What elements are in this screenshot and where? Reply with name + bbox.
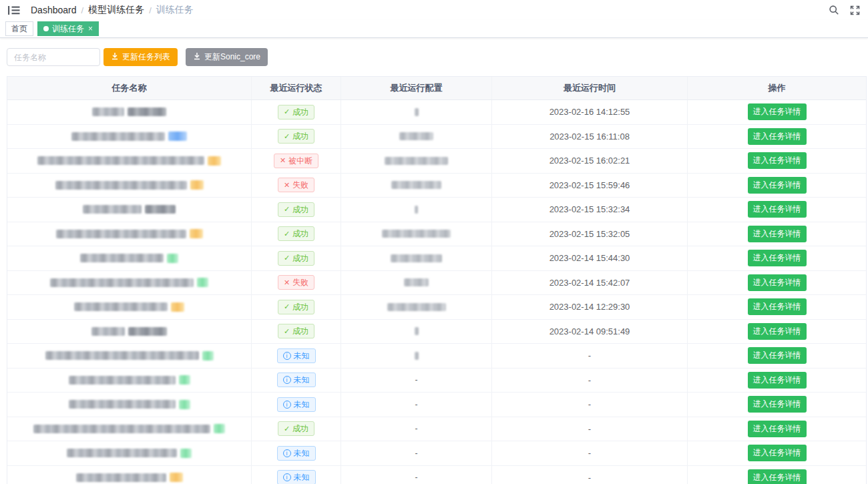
enter-task-detail-button[interactable]: 进入任务详情: [748, 103, 807, 120]
enter-task-detail-button[interactable]: 进入任务详情: [748, 152, 807, 169]
status-cell: ✓成功: [252, 222, 341, 246]
update-sonic-core-label: 更新Sonic_core: [204, 51, 260, 63]
redacted-config: [399, 132, 433, 140]
enter-task-detail-button[interactable]: 进入任务详情: [748, 226, 807, 242]
check-icon: ✓: [284, 254, 290, 262]
task-name-cell: [7, 393, 252, 417]
redacted-text-segment: [76, 473, 166, 482]
update-task-list-button[interactable]: 更新任务列表: [103, 48, 178, 66]
status-label: 失败: [292, 278, 308, 287]
update-sonic-core-button[interactable]: 更新Sonic_core: [186, 48, 268, 66]
status-label: 成功: [292, 132, 308, 141]
sidebar-toggle-icon[interactable]: [8, 5, 21, 15]
time-cell: 2023-02-15 16:02:21: [492, 149, 688, 173]
redacted-config: [415, 327, 419, 335]
redacted-text-segment: [83, 205, 142, 214]
status-label: 成功: [292, 302, 308, 312]
green-tag: [202, 351, 214, 360]
time-cell: 2023-02-15 15:59:46: [492, 174, 688, 198]
redacted-task-name: [50, 278, 208, 287]
config-value: -: [415, 375, 418, 385]
action-cell: 进入任务详情: [688, 369, 866, 393]
redacted-text-segment: [74, 302, 168, 311]
enter-task-detail-button[interactable]: 进入任务详情: [748, 250, 807, 266]
task-name-search-input[interactable]: [7, 48, 100, 66]
redacted-config: [391, 181, 441, 189]
training-tasks-table: 任务名称 最近运行状态 最近运行配置 最近运行时间 操作 ✓成功2023-02-…: [7, 76, 867, 484]
last-run-time: -: [588, 448, 591, 458]
column-header-last-run-config: 最近运行配置: [341, 77, 492, 99]
enter-task-detail-button[interactable]: 进入任务详情: [748, 298, 807, 315]
status-badge: i未知: [277, 397, 316, 412]
last-run-time: 2023-02-15 15:32:34: [550, 204, 630, 214]
last-run-time: -: [588, 350, 591, 360]
redacted-text-segment: [69, 400, 176, 409]
last-run-time: 2023-02-15 16:11:08: [550, 132, 630, 142]
enter-task-detail-button[interactable]: 进入任务详情: [748, 469, 807, 484]
time-cell: -: [492, 344, 688, 368]
search-icon[interactable]: [829, 5, 839, 15]
enter-task-detail-button[interactable]: 进入任务详情: [748, 177, 807, 194]
enter-task-detail-button[interactable]: 进入任务详情: [748, 323, 807, 340]
status-label: 未知: [294, 375, 310, 385]
config-cell: -: [341, 466, 492, 484]
time-cell: 2023-02-14 15:44:30: [492, 246, 688, 270]
table-row: ✕失败2023-02-15 15:59:46进入任务详情: [7, 174, 866, 198]
enter-task-detail-button[interactable]: 进入任务详情: [748, 445, 807, 461]
green-tag: [214, 424, 225, 433]
action-cell: 进入任务详情: [688, 441, 866, 465]
time-cell: -: [492, 393, 688, 417]
action-cell: 进入任务详情: [688, 320, 866, 344]
enter-task-detail-button[interactable]: 进入任务详情: [748, 274, 807, 291]
column-header-last-run-time: 最近运行时间: [492, 77, 688, 99]
fullscreen-icon[interactable]: [850, 5, 860, 15]
tab-bar: 首页 训练任务 ×: [0, 20, 868, 38]
task-name-cell: [7, 222, 252, 246]
status-badge: i未知: [277, 348, 316, 363]
redacted-task-name: [71, 132, 187, 141]
config-value: -: [415, 449, 418, 458]
status-badge: ✕失败: [278, 178, 314, 192]
last-run-time: 2023-02-14 15:44:30: [550, 253, 630, 263]
redacted-config: [385, 157, 448, 165]
tab-training-tasks[interactable]: 训练任务 ×: [37, 21, 99, 36]
breadcrumb-item-dashboard[interactable]: Dashboard: [31, 5, 77, 15]
status-cell: i未知: [252, 393, 341, 417]
task-name-cell: [7, 320, 252, 344]
status-cell: ✓成功: [252, 198, 341, 222]
enter-task-detail-button[interactable]: 进入任务详情: [748, 128, 807, 145]
enter-task-detail-button[interactable]: 进入任务详情: [748, 372, 807, 389]
enter-task-detail-button[interactable]: 进入任务详情: [748, 347, 807, 364]
breadcrumb-item-training-tasks: 训练任务: [156, 4, 194, 16]
task-name-cell: [7, 246, 252, 270]
redacted-text-segment: [92, 107, 124, 116]
task-name-cell: [7, 466, 252, 484]
green-tag: [197, 278, 208, 287]
enter-task-detail-button[interactable]: 进入任务详情: [748, 201, 807, 218]
tab-home[interactable]: 首页: [5, 21, 33, 36]
status-label: 失败: [292, 180, 308, 190]
time-cell: -: [492, 466, 688, 484]
redacted-text-segment: [69, 376, 176, 385]
action-cell: 进入任务详情: [688, 174, 866, 198]
config-cell: [341, 344, 492, 368]
tab-home-label: 首页: [11, 23, 27, 35]
task-name-cell: [7, 344, 252, 368]
table-row: i未知-进入任务详情: [7, 344, 866, 369]
redacted-task-name: [69, 400, 190, 409]
breadcrumb-item-model-training-tasks[interactable]: 模型训练任务: [88, 4, 144, 16]
redacted-task-name: [91, 327, 167, 336]
redacted-text-segment: [55, 181, 187, 190]
action-cell: 进入任务详情: [688, 100, 866, 124]
yellow-tag: [171, 302, 184, 312]
table-body: ✓成功2023-02-16 14:12:55进入任务详情✓成功2023-02-1…: [7, 100, 866, 484]
enter-task-detail-button[interactable]: 进入任务详情: [748, 421, 807, 437]
task-name-cell: [7, 100, 252, 124]
task-name-cell: [7, 441, 252, 465]
status-label: 未知: [294, 400, 310, 409]
status-cell: i未知: [252, 466, 341, 484]
enter-task-detail-button[interactable]: 进入任务详情: [748, 396, 807, 413]
yellow-tag: [190, 229, 203, 238]
table-row: ✓成功2023-02-16 14:12:55进入任务详情: [7, 100, 866, 125]
close-icon[interactable]: ×: [88, 25, 93, 33]
